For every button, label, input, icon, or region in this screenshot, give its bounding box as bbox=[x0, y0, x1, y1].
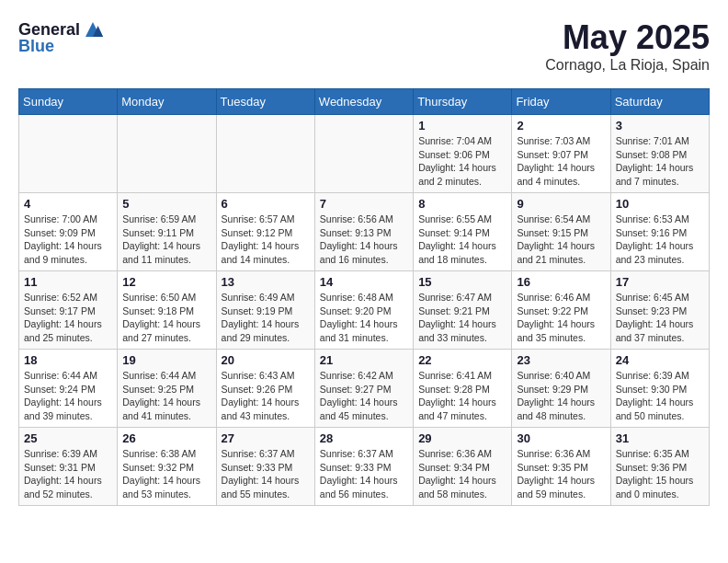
calendar-day-1: 1Sunrise: 7:04 AM Sunset: 9:06 PM Daylig… bbox=[414, 115, 512, 193]
calendar-day-27: 27Sunrise: 6:37 AM Sunset: 9:33 PM Dayli… bbox=[216, 428, 314, 506]
day-number: 29 bbox=[418, 431, 506, 445]
day-number: 6 bbox=[222, 197, 310, 211]
calendar-day-13: 13Sunrise: 6:49 AM Sunset: 9:19 PM Dayli… bbox=[216, 271, 314, 350]
day-number: 25 bbox=[24, 431, 112, 445]
calendar: SundayMondayTuesdayWednesdayThursdayFrid… bbox=[18, 88, 710, 506]
day-info: Sunrise: 6:36 AM Sunset: 9:34 PM Dayligh… bbox=[418, 447, 506, 501]
calendar-week-row: 11Sunrise: 6:52 AM Sunset: 9:17 PM Dayli… bbox=[19, 271, 710, 350]
day-info: Sunrise: 6:41 AM Sunset: 9:28 PM Dayligh… bbox=[418, 369, 506, 423]
day-info: Sunrise: 6:46 AM Sunset: 9:22 PM Dayligh… bbox=[517, 291, 605, 345]
day-number: 16 bbox=[517, 275, 605, 289]
calendar-header-row: SundayMondayTuesdayWednesdayThursdayFrid… bbox=[19, 89, 710, 115]
calendar-day-9: 9Sunrise: 6:54 AM Sunset: 9:15 PM Daylig… bbox=[512, 193, 610, 271]
header: General Blue May 2025 Cornago, La Rioja,… bbox=[18, 18, 710, 74]
calendar-week-row: 25Sunrise: 6:39 AM Sunset: 9:31 PM Dayli… bbox=[19, 428, 710, 506]
day-number: 8 bbox=[418, 197, 506, 211]
calendar-day-14: 14Sunrise: 6:48 AM Sunset: 9:20 PM Dayli… bbox=[314, 271, 413, 350]
day-number: 5 bbox=[122, 197, 210, 211]
day-info: Sunrise: 6:39 AM Sunset: 9:30 PM Dayligh… bbox=[616, 369, 704, 423]
calendar-day-2: 2Sunrise: 7:03 AM Sunset: 9:07 PM Daylig… bbox=[512, 115, 610, 193]
calendar-week-row: 18Sunrise: 6:44 AM Sunset: 9:24 PM Dayli… bbox=[19, 350, 710, 428]
calendar-day-19: 19Sunrise: 6:44 AM Sunset: 9:25 PM Dayli… bbox=[118, 350, 216, 428]
day-info: Sunrise: 6:50 AM Sunset: 9:18 PM Dayligh… bbox=[122, 291, 210, 345]
calendar-day-5: 5Sunrise: 6:59 AM Sunset: 9:11 PM Daylig… bbox=[118, 193, 216, 271]
day-number: 30 bbox=[517, 431, 605, 445]
calendar-header-monday: Monday bbox=[118, 89, 216, 115]
calendar-day-18: 18Sunrise: 6:44 AM Sunset: 9:24 PM Dayli… bbox=[19, 350, 118, 428]
calendar-week-row: 1Sunrise: 7:04 AM Sunset: 9:06 PM Daylig… bbox=[19, 115, 710, 193]
calendar-day-11: 11Sunrise: 6:52 AM Sunset: 9:17 PM Dayli… bbox=[19, 271, 118, 350]
day-info: Sunrise: 6:45 AM Sunset: 9:23 PM Dayligh… bbox=[616, 291, 704, 345]
calendar-empty-cell bbox=[216, 115, 314, 193]
calendar-day-7: 7Sunrise: 6:56 AM Sunset: 9:13 PM Daylig… bbox=[314, 193, 413, 271]
calendar-day-12: 12Sunrise: 6:50 AM Sunset: 9:18 PM Dayli… bbox=[118, 271, 216, 350]
calendar-header-thursday: Thursday bbox=[414, 89, 512, 115]
calendar-day-3: 3Sunrise: 7:01 AM Sunset: 9:08 PM Daylig… bbox=[610, 115, 709, 193]
logo-icon bbox=[82, 18, 104, 40]
calendar-header-tuesday: Tuesday bbox=[216, 89, 314, 115]
day-number: 1 bbox=[418, 119, 506, 132]
calendar-day-30: 30Sunrise: 6:36 AM Sunset: 9:35 PM Dayli… bbox=[512, 428, 610, 506]
day-number: 3 bbox=[616, 119, 704, 132]
day-info: Sunrise: 6:38 AM Sunset: 9:32 PM Dayligh… bbox=[122, 447, 210, 501]
calendar-day-15: 15Sunrise: 6:47 AM Sunset: 9:21 PM Dayli… bbox=[414, 271, 512, 350]
calendar-header-wednesday: Wednesday bbox=[314, 89, 413, 115]
day-info: Sunrise: 6:52 AM Sunset: 9:17 PM Dayligh… bbox=[24, 291, 112, 345]
day-info: Sunrise: 7:04 AM Sunset: 9:06 PM Dayligh… bbox=[418, 134, 506, 189]
calendar-empty-cell bbox=[314, 115, 413, 193]
day-number: 14 bbox=[320, 275, 408, 289]
day-number: 12 bbox=[122, 275, 210, 289]
day-info: Sunrise: 6:54 AM Sunset: 9:15 PM Dayligh… bbox=[517, 213, 605, 267]
day-info: Sunrise: 6:44 AM Sunset: 9:25 PM Dayligh… bbox=[122, 369, 210, 423]
day-info: Sunrise: 6:48 AM Sunset: 9:20 PM Dayligh… bbox=[320, 291, 408, 345]
day-number: 9 bbox=[517, 197, 605, 211]
day-info: Sunrise: 6:53 AM Sunset: 9:16 PM Dayligh… bbox=[616, 213, 704, 267]
day-info: Sunrise: 6:39 AM Sunset: 9:31 PM Dayligh… bbox=[24, 447, 112, 501]
day-info: Sunrise: 6:49 AM Sunset: 9:19 PM Dayligh… bbox=[222, 291, 310, 345]
day-info: Sunrise: 6:59 AM Sunset: 9:11 PM Dayligh… bbox=[122, 213, 210, 267]
calendar-day-26: 26Sunrise: 6:38 AM Sunset: 9:32 PM Dayli… bbox=[118, 428, 216, 506]
calendar-week-row: 4Sunrise: 7:00 AM Sunset: 9:09 PM Daylig… bbox=[19, 193, 710, 271]
day-info: Sunrise: 6:56 AM Sunset: 9:13 PM Dayligh… bbox=[320, 213, 408, 267]
logo-blue-text: Blue bbox=[18, 37, 54, 56]
calendar-day-22: 22Sunrise: 6:41 AM Sunset: 9:28 PM Dayli… bbox=[414, 350, 512, 428]
calendar-day-21: 21Sunrise: 6:42 AM Sunset: 9:27 PM Dayli… bbox=[314, 350, 413, 428]
day-number: 18 bbox=[24, 353, 112, 367]
calendar-day-23: 23Sunrise: 6:40 AM Sunset: 9:29 PM Dayli… bbox=[512, 350, 610, 428]
day-info: Sunrise: 6:40 AM Sunset: 9:29 PM Dayligh… bbox=[517, 369, 605, 423]
day-number: 28 bbox=[320, 431, 408, 445]
day-number: 21 bbox=[320, 353, 408, 367]
day-info: Sunrise: 6:36 AM Sunset: 9:35 PM Dayligh… bbox=[517, 447, 605, 501]
day-number: 17 bbox=[616, 275, 704, 289]
day-number: 22 bbox=[418, 353, 506, 367]
day-number: 10 bbox=[616, 197, 704, 211]
calendar-day-8: 8Sunrise: 6:55 AM Sunset: 9:14 PM Daylig… bbox=[414, 193, 512, 271]
calendar-day-25: 25Sunrise: 6:39 AM Sunset: 9:31 PM Dayli… bbox=[19, 428, 118, 506]
location-title: Cornago, La Rioja, Spain bbox=[545, 57, 710, 74]
day-number: 19 bbox=[122, 353, 210, 367]
calendar-header-sunday: Sunday bbox=[19, 89, 118, 115]
day-info: Sunrise: 6:37 AM Sunset: 9:33 PM Dayligh… bbox=[222, 447, 310, 501]
day-number: 26 bbox=[122, 431, 210, 445]
day-info: Sunrise: 6:37 AM Sunset: 9:33 PM Dayligh… bbox=[320, 447, 408, 501]
calendar-day-10: 10Sunrise: 6:53 AM Sunset: 9:16 PM Dayli… bbox=[610, 193, 709, 271]
day-info: Sunrise: 6:47 AM Sunset: 9:21 PM Dayligh… bbox=[418, 291, 506, 345]
day-info: Sunrise: 6:43 AM Sunset: 9:26 PM Dayligh… bbox=[222, 369, 310, 423]
calendar-day-4: 4Sunrise: 7:00 AM Sunset: 9:09 PM Daylig… bbox=[19, 193, 118, 271]
day-number: 7 bbox=[320, 197, 408, 211]
calendar-empty-cell bbox=[19, 115, 118, 193]
day-info: Sunrise: 7:03 AM Sunset: 9:07 PM Dayligh… bbox=[517, 134, 605, 189]
day-number: 4 bbox=[24, 197, 112, 211]
calendar-day-24: 24Sunrise: 6:39 AM Sunset: 9:30 PM Dayli… bbox=[610, 350, 709, 428]
month-title: May 2025 bbox=[545, 18, 710, 57]
calendar-day-31: 31Sunrise: 6:35 AM Sunset: 9:36 PM Dayli… bbox=[610, 428, 709, 506]
day-number: 27 bbox=[222, 431, 310, 445]
calendar-day-17: 17Sunrise: 6:45 AM Sunset: 9:23 PM Dayli… bbox=[610, 271, 709, 350]
day-info: Sunrise: 7:01 AM Sunset: 9:08 PM Dayligh… bbox=[616, 134, 704, 189]
day-number: 23 bbox=[517, 353, 605, 367]
day-number: 20 bbox=[222, 353, 310, 367]
day-number: 31 bbox=[616, 431, 704, 445]
logo: General Blue bbox=[18, 18, 104, 56]
day-number: 11 bbox=[24, 275, 112, 289]
day-number: 2 bbox=[517, 119, 605, 132]
